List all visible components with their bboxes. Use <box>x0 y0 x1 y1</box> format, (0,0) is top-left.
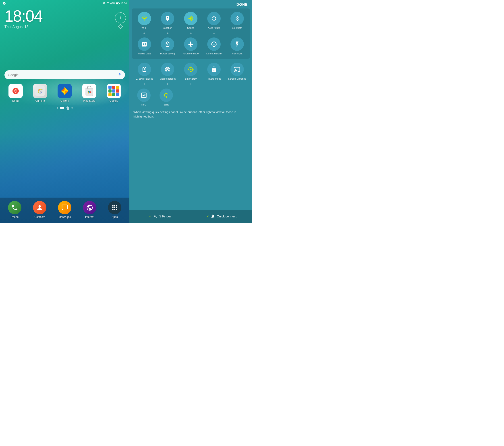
qs-flashlight[interactable]: Flashlight <box>226 37 248 55</box>
qs-bluetooth[interactable]: Bluetooth <box>226 12 248 29</box>
contacts-label: Contacts <box>34 215 45 219</box>
clock-time: 18:04 <box>4 8 125 24</box>
screenmirroring-circle <box>231 63 244 76</box>
apps-label: Apps <box>111 215 118 219</box>
app-gallery[interactable]: Gallery <box>57 84 72 102</box>
airplane-circle <box>184 37 198 51</box>
smartstay-label: Smart stay <box>185 77 197 80</box>
qs-dnd[interactable]: Do not disturb <box>203 37 225 55</box>
add-btn-r3-3[interactable]: + <box>180 82 202 86</box>
quick-connect-icon <box>211 214 215 218</box>
svg-point-5 <box>120 28 121 29</box>
email-label: Email <box>12 99 19 102</box>
mobiledata-circle <box>138 37 151 51</box>
search-input[interactable] <box>4 70 125 79</box>
dock-internet[interactable]: Internet <box>83 201 96 219</box>
phone-icon <box>8 201 21 214</box>
qs-add-row-3: + + + + <box>129 81 252 86</box>
svg-rect-26 <box>112 86 115 89</box>
clock-area: 18:04 Thu, August 13 <box>0 6 129 30</box>
dock-messages[interactable]: Messages <box>58 201 72 219</box>
svg-point-6 <box>118 26 119 27</box>
qs-screenmirroring[interactable]: Screen Mirroring <box>226 63 248 80</box>
add-btn-2[interactable]: + <box>156 32 179 35</box>
home-screen: 67% 18:04 18:04 Thu, August 13 + <box>0 0 129 223</box>
messages-icon <box>58 201 72 214</box>
search-bar[interactable] <box>4 70 125 79</box>
location-label: Location <box>163 26 172 29</box>
dock-apps[interactable]: Apps <box>108 201 121 219</box>
screenmirroring-label: Screen Mirroring <box>228 77 246 80</box>
dock-phone[interactable]: Phone <box>8 201 21 219</box>
s-finder-button[interactable]: ✓ S Finder <box>129 210 191 223</box>
upowersaving-circle <box>138 63 151 76</box>
flashlight-label: Flashlight <box>232 52 242 55</box>
camera-icon <box>33 84 47 98</box>
bluetooth-circle <box>231 12 244 25</box>
qs-mobiledata[interactable]: Mobile data <box>133 37 156 55</box>
app-email[interactable]: @ Email <box>8 84 23 102</box>
svg-rect-27 <box>116 86 119 89</box>
quick-connect-button[interactable]: ✓ Quick connect <box>191 210 252 223</box>
svg-rect-31 <box>108 93 111 96</box>
add-btn-5[interactable] <box>226 32 248 35</box>
qs-location[interactable]: Location <box>156 12 179 29</box>
weather-add-button[interactable]: + <box>115 12 126 23</box>
sfinder-check-icon: ✓ <box>149 215 152 218</box>
add-btn-r3-4[interactable]: + <box>203 82 225 86</box>
playstore-label: Play Store <box>83 99 95 102</box>
qs-add-row-1: + + + + <box>133 31 249 36</box>
email-icon: @ <box>8 84 23 98</box>
page-dot-2 <box>60 107 64 109</box>
internet-icon <box>83 201 96 214</box>
qs-upowersaving[interactable]: U. power saving <box>133 63 156 80</box>
svg-rect-29 <box>112 89 115 93</box>
qs-smartstay[interactable]: Smart stay <box>180 63 202 80</box>
nfc-circle <box>137 88 151 102</box>
autorotate-circle <box>207 12 221 25</box>
sound-circle <box>184 12 198 25</box>
app-google[interactable]: Google <box>107 84 121 102</box>
qs-autorotate[interactable]: Auto rotate <box>203 12 225 29</box>
google-icon <box>107 84 121 98</box>
page-indicators <box>0 103 129 112</box>
add-btn-4[interactable]: + <box>203 32 225 35</box>
app-playstore[interactable]: Play Store <box>82 84 96 102</box>
camera-label: Camera <box>36 99 45 102</box>
qs-powersaving[interactable]: Power saving <box>156 37 179 55</box>
svg-point-8 <box>119 25 120 25</box>
qs-nfc[interactable]: NFC <box>133 88 155 106</box>
qs-info-text: When viewing quick settings panel, swipe… <box>129 107 252 121</box>
page-dot-3 <box>72 107 73 109</box>
qs-hotspot[interactable]: Mobile hotspot <box>156 63 179 80</box>
qs-row-1: Wi-Fi Location Sound Auto <box>133 11 249 31</box>
add-btn-r3-2[interactable]: + <box>156 82 179 86</box>
qs-wifi[interactable]: Wi-Fi <box>133 12 156 29</box>
svg-point-3 <box>119 25 122 28</box>
svg-point-9 <box>122 28 122 29</box>
add-btn-r3-1[interactable]: + <box>133 82 156 86</box>
weather-widget[interactable]: + <box>115 12 126 30</box>
svg-point-18 <box>40 91 41 92</box>
done-button[interactable]: DONE <box>236 3 248 7</box>
contacts-icon <box>33 201 46 214</box>
phone-label: Phone <box>11 215 19 219</box>
qs-privatemode[interactable]: Private mode <box>203 63 225 80</box>
qs-sound[interactable]: Sound <box>180 12 202 29</box>
sync-circle <box>160 88 173 102</box>
messages-label: Messages <box>59 215 71 219</box>
add-btn-r3-5[interactable] <box>226 82 248 86</box>
add-btn-3[interactable]: + <box>180 32 202 35</box>
powersaving-circle <box>161 37 174 51</box>
dock-contacts[interactable]: Contacts <box>33 201 46 219</box>
qs-row-2: Mobile data Power saving Airplane mode <box>133 36 249 56</box>
microphone-icon[interactable] <box>118 72 122 77</box>
clock-date: Thu, August 13 <box>4 25 125 29</box>
qs-section-1: Wi-Fi Location Sound Auto <box>132 8 250 59</box>
notification-icons <box>3 2 6 6</box>
status-time: 18:04 <box>121 2 127 5</box>
app-camera[interactable]: Camera <box>33 84 47 102</box>
add-btn-1[interactable]: + <box>133 32 156 35</box>
qs-airplane[interactable]: Airplane mode <box>180 37 202 55</box>
qs-sync[interactable]: Sync <box>155 88 177 106</box>
